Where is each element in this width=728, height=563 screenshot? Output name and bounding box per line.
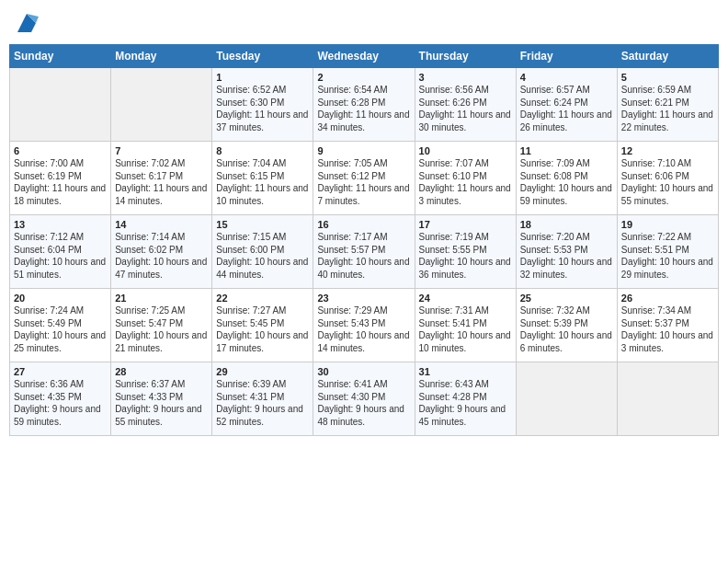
day-of-week-header: Thursday bbox=[415, 45, 516, 68]
day-of-week-header: Wednesday bbox=[313, 45, 415, 68]
calendar-week-row: 1Sunrise: 6:52 AM Sunset: 6:30 PM Daylig… bbox=[10, 68, 719, 142]
page-header bbox=[9, 9, 719, 37]
day-info: Sunrise: 6:54 AM Sunset: 6:28 PM Dayligh… bbox=[317, 84, 410, 133]
day-info: Sunrise: 6:39 AM Sunset: 4:31 PM Dayligh… bbox=[216, 378, 309, 428]
calendar-cell: 22Sunrise: 7:27 AM Sunset: 5:45 PM Dayli… bbox=[212, 289, 313, 362]
calendar-cell: 4Sunrise: 6:57 AM Sunset: 6:24 PM Daylig… bbox=[516, 68, 617, 142]
calendar-cell: 7Sunrise: 7:02 AM Sunset: 6:17 PM Daylig… bbox=[111, 142, 212, 215]
day-number: 13 bbox=[14, 219, 107, 230]
day-number: 17 bbox=[419, 219, 512, 230]
day-info: Sunrise: 7:15 AM Sunset: 6:00 PM Dayligh… bbox=[216, 231, 309, 281]
calendar-week-row: 20Sunrise: 7:24 AM Sunset: 5:49 PM Dayli… bbox=[10, 289, 719, 362]
day-info: Sunrise: 6:41 AM Sunset: 4:30 PM Dayligh… bbox=[317, 378, 410, 428]
day-number: 12 bbox=[621, 145, 714, 156]
day-number: 18 bbox=[520, 219, 613, 230]
calendar-week-row: 6Sunrise: 7:00 AM Sunset: 6:19 PM Daylig… bbox=[10, 142, 719, 215]
calendar-cell: 19Sunrise: 7:22 AM Sunset: 5:51 PM Dayli… bbox=[617, 215, 718, 289]
calendar-cell bbox=[111, 68, 212, 142]
day-number: 11 bbox=[520, 145, 613, 156]
calendar-cell bbox=[617, 362, 718, 436]
calendar-cell: 10Sunrise: 7:07 AM Sunset: 6:10 PM Dayli… bbox=[415, 142, 516, 215]
day-info: Sunrise: 7:12 AM Sunset: 6:04 PM Dayligh… bbox=[14, 231, 107, 281]
day-number: 19 bbox=[621, 219, 714, 230]
day-number: 29 bbox=[216, 366, 309, 377]
calendar-cell: 2Sunrise: 6:54 AM Sunset: 6:28 PM Daylig… bbox=[313, 68, 415, 142]
day-info: Sunrise: 6:37 AM Sunset: 4:33 PM Dayligh… bbox=[115, 378, 208, 428]
day-info: Sunrise: 6:56 AM Sunset: 6:26 PM Dayligh… bbox=[419, 84, 512, 133]
day-info: Sunrise: 7:29 AM Sunset: 5:43 PM Dayligh… bbox=[317, 304, 410, 354]
logo-icon bbox=[13, 9, 40, 37]
calendar-cell: 27Sunrise: 6:36 AM Sunset: 4:35 PM Dayli… bbox=[10, 362, 111, 436]
calendar-cell: 14Sunrise: 7:14 AM Sunset: 6:02 PM Dayli… bbox=[111, 215, 212, 289]
day-number: 27 bbox=[14, 366, 107, 377]
calendar-cell: 31Sunrise: 6:43 AM Sunset: 4:28 PM Dayli… bbox=[415, 362, 516, 436]
logo bbox=[9, 9, 40, 37]
calendar-cell: 24Sunrise: 7:31 AM Sunset: 5:41 PM Dayli… bbox=[415, 289, 516, 362]
day-info: Sunrise: 7:10 AM Sunset: 6:06 PM Dayligh… bbox=[621, 157, 714, 207]
day-number: 23 bbox=[317, 293, 410, 304]
day-of-week-header: Sunday bbox=[10, 45, 111, 68]
day-info: Sunrise: 6:59 AM Sunset: 6:21 PM Dayligh… bbox=[621, 84, 714, 133]
calendar-cell: 21Sunrise: 7:25 AM Sunset: 5:47 PM Dayli… bbox=[111, 289, 212, 362]
day-number: 26 bbox=[621, 293, 714, 304]
day-number: 28 bbox=[115, 366, 208, 377]
day-number: 10 bbox=[419, 145, 512, 156]
day-of-week-header: Monday bbox=[111, 45, 212, 68]
day-number: 1 bbox=[216, 72, 309, 83]
day-info: Sunrise: 7:32 AM Sunset: 5:39 PM Dayligh… bbox=[520, 304, 613, 354]
calendar-table: SundayMondayTuesdayWednesdayThursdayFrid… bbox=[9, 44, 719, 436]
day-info: Sunrise: 7:31 AM Sunset: 5:41 PM Dayligh… bbox=[419, 304, 512, 354]
calendar-cell: 5Sunrise: 6:59 AM Sunset: 6:21 PM Daylig… bbox=[617, 68, 718, 142]
day-info: Sunrise: 6:57 AM Sunset: 6:24 PM Dayligh… bbox=[520, 84, 613, 133]
day-number: 6 bbox=[14, 145, 107, 156]
calendar-cell: 29Sunrise: 6:39 AM Sunset: 4:31 PM Dayli… bbox=[212, 362, 313, 436]
calendar-cell: 30Sunrise: 6:41 AM Sunset: 4:30 PM Dayli… bbox=[313, 362, 415, 436]
day-info: Sunrise: 7:09 AM Sunset: 6:08 PM Dayligh… bbox=[520, 157, 613, 207]
day-info: Sunrise: 7:34 AM Sunset: 5:37 PM Dayligh… bbox=[621, 304, 714, 354]
day-info: Sunrise: 7:14 AM Sunset: 6:02 PM Dayligh… bbox=[115, 231, 208, 281]
day-info: Sunrise: 6:36 AM Sunset: 4:35 PM Dayligh… bbox=[14, 378, 107, 428]
day-info: Sunrise: 7:00 AM Sunset: 6:19 PM Dayligh… bbox=[14, 157, 107, 207]
day-info: Sunrise: 6:43 AM Sunset: 4:28 PM Dayligh… bbox=[419, 378, 512, 428]
day-info: Sunrise: 7:04 AM Sunset: 6:15 PM Dayligh… bbox=[216, 157, 309, 207]
day-info: Sunrise: 7:07 AM Sunset: 6:10 PM Dayligh… bbox=[419, 157, 512, 207]
day-number: 31 bbox=[419, 366, 512, 377]
calendar-cell: 13Sunrise: 7:12 AM Sunset: 6:04 PM Dayli… bbox=[10, 215, 111, 289]
day-number: 16 bbox=[317, 219, 410, 230]
day-info: Sunrise: 7:19 AM Sunset: 5:55 PM Dayligh… bbox=[419, 231, 512, 281]
calendar-cell: 9Sunrise: 7:05 AM Sunset: 6:12 PM Daylig… bbox=[313, 142, 415, 215]
day-number: 5 bbox=[621, 72, 714, 83]
day-number: 9 bbox=[317, 145, 410, 156]
calendar-cell: 25Sunrise: 7:32 AM Sunset: 5:39 PM Dayli… bbox=[516, 289, 617, 362]
day-number: 15 bbox=[216, 219, 309, 230]
calendar-cell: 3Sunrise: 6:56 AM Sunset: 6:26 PM Daylig… bbox=[415, 68, 516, 142]
day-number: 24 bbox=[419, 293, 512, 304]
day-number: 22 bbox=[216, 293, 309, 304]
day-number: 14 bbox=[115, 219, 208, 230]
calendar-cell: 16Sunrise: 7:17 AM Sunset: 5:57 PM Dayli… bbox=[313, 215, 415, 289]
calendar-cell: 1Sunrise: 6:52 AM Sunset: 6:30 PM Daylig… bbox=[212, 68, 313, 142]
calendar-cell: 8Sunrise: 7:04 AM Sunset: 6:15 PM Daylig… bbox=[212, 142, 313, 215]
day-number: 20 bbox=[14, 293, 107, 304]
calendar-cell: 20Sunrise: 7:24 AM Sunset: 5:49 PM Dayli… bbox=[10, 289, 111, 362]
calendar-cell: 18Sunrise: 7:20 AM Sunset: 5:53 PM Dayli… bbox=[516, 215, 617, 289]
day-number: 7 bbox=[115, 145, 208, 156]
calendar-cell: 17Sunrise: 7:19 AM Sunset: 5:55 PM Dayli… bbox=[415, 215, 516, 289]
day-number: 21 bbox=[115, 293, 208, 304]
calendar-cell: 12Sunrise: 7:10 AM Sunset: 6:06 PM Dayli… bbox=[617, 142, 718, 215]
day-of-week-header: Tuesday bbox=[212, 45, 313, 68]
calendar-cell: 15Sunrise: 7:15 AM Sunset: 6:00 PM Dayli… bbox=[212, 215, 313, 289]
day-info: Sunrise: 7:20 AM Sunset: 5:53 PM Dayligh… bbox=[520, 231, 613, 281]
calendar-week-row: 13Sunrise: 7:12 AM Sunset: 6:04 PM Dayli… bbox=[10, 215, 719, 289]
calendar-cell: 26Sunrise: 7:34 AM Sunset: 5:37 PM Dayli… bbox=[617, 289, 718, 362]
day-of-week-header: Saturday bbox=[617, 45, 718, 68]
day-number: 4 bbox=[520, 72, 613, 83]
day-of-week-header: Friday bbox=[516, 45, 617, 68]
day-info: Sunrise: 7:22 AM Sunset: 5:51 PM Dayligh… bbox=[621, 231, 714, 281]
calendar-cell: 28Sunrise: 6:37 AM Sunset: 4:33 PM Dayli… bbox=[111, 362, 212, 436]
calendar-week-row: 27Sunrise: 6:36 AM Sunset: 4:35 PM Dayli… bbox=[10, 362, 719, 436]
calendar-cell: 6Sunrise: 7:00 AM Sunset: 6:19 PM Daylig… bbox=[10, 142, 111, 215]
day-number: 8 bbox=[216, 145, 309, 156]
day-info: Sunrise: 7:25 AM Sunset: 5:47 PM Dayligh… bbox=[115, 304, 208, 354]
day-info: Sunrise: 7:02 AM Sunset: 6:17 PM Dayligh… bbox=[115, 157, 208, 207]
